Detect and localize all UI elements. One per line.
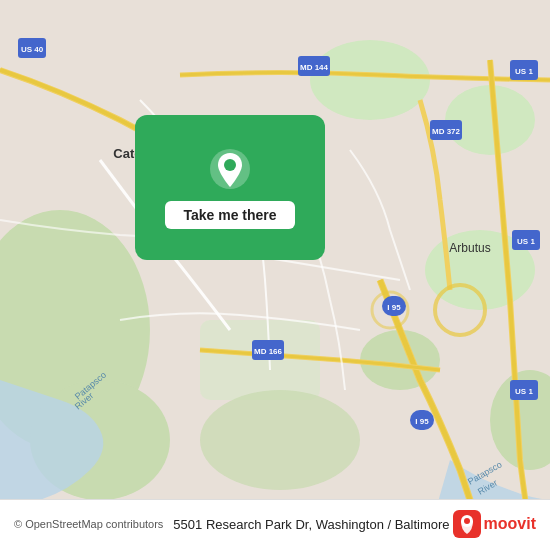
svg-point-37: [224, 159, 236, 171]
svg-text:US 1: US 1: [515, 67, 533, 76]
svg-text:MD 144: MD 144: [300, 63, 329, 72]
svg-text:I 95: I 95: [387, 303, 401, 312]
svg-text:I 95: I 95: [415, 417, 429, 426]
svg-text:MD 372: MD 372: [432, 127, 461, 136]
map-background: US 40 MD 144 MD 372 US 1 US 1 US 1 MD 16…: [0, 0, 550, 550]
svg-text:US 1: US 1: [515, 387, 533, 396]
svg-text:US 1: US 1: [517, 237, 535, 246]
svg-point-3: [310, 40, 430, 120]
location-pin-icon: [208, 147, 252, 191]
bottom-left: © OpenStreetMap contributors 5501 Resear…: [14, 517, 450, 532]
bottom-bar: © OpenStreetMap contributors 5501 Resear…: [0, 499, 550, 550]
moovit-logo: moovit: [453, 510, 536, 538]
svg-text:US 40: US 40: [21, 45, 44, 54]
moovit-label: moovit: [484, 515, 536, 533]
moovit-icon: [453, 510, 481, 538]
svg-text:MD 166: MD 166: [254, 347, 283, 356]
map-container: US 40 MD 144 MD 372 US 1 US 1 US 1 MD 16…: [0, 0, 550, 550]
svg-point-9: [200, 390, 360, 490]
svg-point-40: [464, 518, 470, 524]
address-text: 5501 Research Park Dr, Washington / Balt…: [173, 517, 449, 532]
copyright-text: © OpenStreetMap contributors: [14, 518, 163, 530]
location-card: Take me there: [135, 115, 325, 260]
take-me-there-button[interactable]: Take me there: [165, 201, 294, 229]
svg-text:Arbutus: Arbutus: [449, 241, 490, 255]
